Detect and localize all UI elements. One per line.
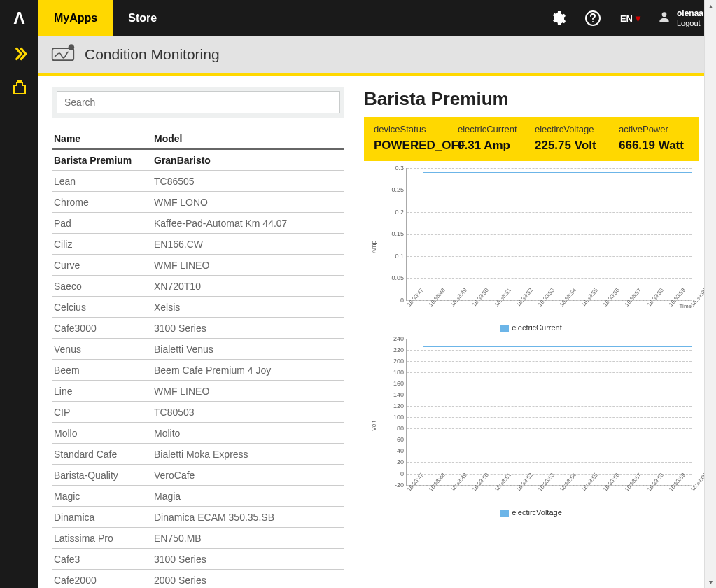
cell-model: WMF LINEO xyxy=(154,386,344,397)
legend-label: electricCurrent xyxy=(512,323,562,332)
chevron-down-icon: ▾ xyxy=(636,13,640,24)
cell-model: Molito xyxy=(154,428,344,439)
user-icon xyxy=(657,10,671,27)
cell-model: TC80503 xyxy=(154,407,344,418)
grid-line xyxy=(407,462,692,463)
x-tick: 16:34:00 xyxy=(689,287,704,317)
table-row[interactable]: ChromeWMF LONO xyxy=(52,192,344,213)
y-axis-label: Amp xyxy=(370,240,377,253)
chart-area: -20020406080100120140160180200220240 xyxy=(406,339,692,486)
logout-label: Logout xyxy=(677,19,703,28)
table-row[interactable]: CIPTC80503 xyxy=(52,402,344,423)
scroll-up-icon[interactable] xyxy=(705,0,716,12)
table-row[interactable]: MolloMolito xyxy=(52,423,344,444)
chart-area: 00.050.10.150.20.250.3 xyxy=(406,168,692,301)
table-row[interactable]: DinamicaDinamica ECAM 350.35.SB xyxy=(52,507,344,528)
app-logo[interactable]: Λ xyxy=(0,0,38,36)
vertical-scrollbar[interactable] xyxy=(704,0,716,588)
language-select[interactable]: EN ▾ xyxy=(610,0,650,36)
extension-icon[interactable] xyxy=(11,80,28,101)
top-bar: Λ MyApps Store EN ▾ olenaa Logout xyxy=(0,0,716,36)
table-row[interactable]: BeemBeem Cafe Premium 4 Joy xyxy=(52,360,344,381)
y-tick: 0.25 xyxy=(377,186,404,193)
expand-icon[interactable] xyxy=(10,45,29,67)
cell-model: WMF LINEO xyxy=(154,260,344,271)
table-row[interactable]: Cafe30003100 Series xyxy=(52,318,344,339)
language-label: EN xyxy=(620,13,633,24)
stat-value: POWERED_OFF xyxy=(374,139,458,153)
cell-name: CIP xyxy=(52,407,154,418)
grid-line xyxy=(407,168,692,169)
cell-name: Latissima Pro xyxy=(52,533,154,544)
legend-label: electircVoltage xyxy=(512,508,562,517)
table-row[interactable]: MagicMagia xyxy=(52,486,344,507)
cell-name: Ciliz xyxy=(52,239,154,250)
svg-text:!: ! xyxy=(71,45,72,50)
cell-model: EN750.MB xyxy=(154,533,344,544)
stat-cell: deviceStatusPOWERED_OFF xyxy=(374,124,458,153)
table-row[interactable]: Latissima ProEN750.MB xyxy=(52,528,344,549)
table-row[interactable]: CilizEN166.CW xyxy=(52,234,344,255)
stat-label: electricCurrent xyxy=(458,124,535,134)
table-row[interactable]: CurveWMF LINEO xyxy=(52,255,344,276)
y-tick: 180 xyxy=(377,369,404,376)
page-header: ! Condition Monitoring xyxy=(38,36,704,76)
table-row[interactable]: Barista PremiumGranBaristo xyxy=(52,150,344,171)
svg-point-2 xyxy=(662,12,667,17)
y-tick: 60 xyxy=(377,436,404,443)
stat-value: 666.19 Watt xyxy=(619,139,689,153)
stat-band: deviceStatusPOWERED_OFFelectricCurrent0.… xyxy=(364,117,699,161)
table-row[interactable]: SaecoXN720T10 xyxy=(52,276,344,297)
y-tick: 80 xyxy=(377,425,404,432)
y-tick: 0.1 xyxy=(377,253,404,260)
cell-name: Cafe3000 xyxy=(52,323,154,334)
cell-model: Kaffee-Pad-Automat Km 44.07 xyxy=(154,218,344,229)
table-row[interactable]: Cafe33100 Series xyxy=(52,549,344,570)
legend-swatch-icon xyxy=(500,325,509,332)
data-line xyxy=(423,346,692,347)
y-tick: 40 xyxy=(377,447,404,454)
cell-name: Beem xyxy=(52,365,154,376)
search-input[interactable] xyxy=(57,91,340,113)
table-row[interactable]: PadKaffee-Pad-Automat Km 44.07 xyxy=(52,213,344,234)
cell-name: Celcius xyxy=(52,302,154,313)
table-row[interactable]: VenusBialetti Venus xyxy=(52,339,344,360)
y-tick: -20 xyxy=(377,482,404,489)
left-rail xyxy=(0,36,38,588)
table-row[interactable]: LeanTC86505 xyxy=(52,171,344,192)
stat-cell: electircVoltage225.75 Volt xyxy=(535,124,619,153)
cell-name: Barista Premium xyxy=(52,155,154,166)
grid-line xyxy=(407,417,692,418)
grid-line xyxy=(407,234,692,234)
main-columns: Name Model Barista PremiumGranBaristoLea… xyxy=(38,76,704,588)
y-tick: 100 xyxy=(377,414,404,421)
svg-rect-3 xyxy=(52,48,74,60)
cell-model: Beem Cafe Premium 4 Joy xyxy=(154,365,344,376)
col-header-name[interactable]: Name xyxy=(52,133,154,144)
cell-model: Bialetti Venus xyxy=(154,344,344,355)
detail-panel: Barista Premium deviceStatusPOWERED_OFFe… xyxy=(364,87,704,588)
cell-name: Saeco xyxy=(52,281,154,292)
cell-model: WMF LONO xyxy=(154,197,344,208)
scroll-down-icon[interactable] xyxy=(705,576,716,588)
stat-cell: activePower666.19 Watt xyxy=(619,124,689,153)
gear-icon[interactable] xyxy=(540,0,575,36)
chart-legend: electricCurrent xyxy=(364,323,699,332)
cell-name: Pad xyxy=(52,218,154,229)
table-row[interactable]: LineWMF LINEO xyxy=(52,381,344,402)
nav-myapps[interactable]: MyApps xyxy=(38,0,113,36)
y-tick: 0 xyxy=(377,470,404,477)
stat-label: electircVoltage xyxy=(535,124,619,134)
table-row[interactable]: CelciusXelsis xyxy=(52,297,344,318)
chart-electric-voltage: Volt -2002040608010012014016018020022024… xyxy=(364,339,699,517)
nav-store[interactable]: Store xyxy=(113,0,172,36)
col-header-model[interactable]: Model xyxy=(154,133,344,144)
help-icon[interactable] xyxy=(575,0,610,36)
condition-monitoring-icon: ! xyxy=(51,43,75,66)
grid-line xyxy=(407,451,692,451)
table-row[interactable]: Standard CafeBialetti Moka Express xyxy=(52,444,344,465)
table-row[interactable]: Barista-QualityVeroCafe xyxy=(52,465,344,486)
cell-name: Venus xyxy=(52,344,154,355)
y-tick: 0.2 xyxy=(377,209,404,216)
table-row[interactable]: Cafe20002000 Series xyxy=(52,570,344,588)
